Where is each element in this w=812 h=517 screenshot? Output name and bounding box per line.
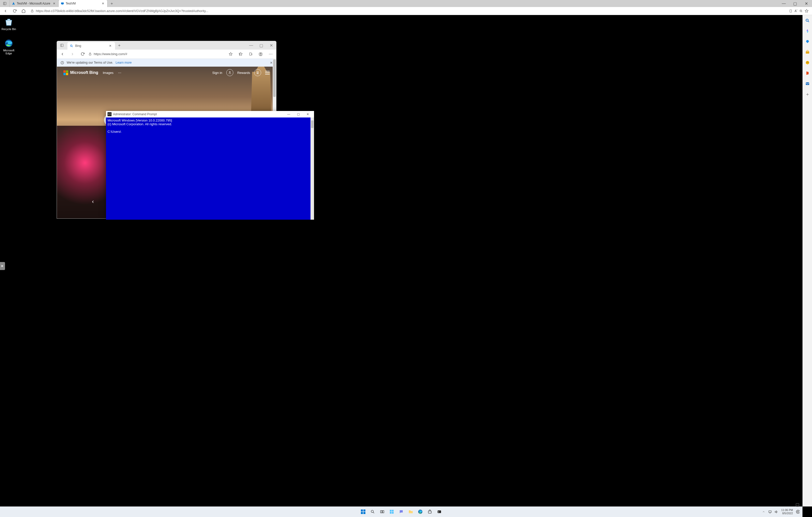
recycle-bin-icon	[4, 18, 13, 27]
refresh-button[interactable]	[79, 50, 86, 58]
lock-icon	[88, 52, 92, 56]
svg-rect-12	[61, 44, 63, 47]
scrollbar-thumb[interactable]	[273, 59, 276, 97]
close-button[interactable]: ✕	[303, 113, 313, 116]
tab-actions-button[interactable]	[0, 0, 10, 7]
cmd-icon: C:\	[108, 112, 112, 116]
back-button[interactable]	[1, 7, 9, 15]
outer-tab-testvm[interactable]: TestVM ✕	[59, 0, 108, 7]
edge-icon	[4, 39, 13, 48]
rewards-link[interactable]: Rewards	[237, 71, 250, 74]
nav-images-link[interactable]: Images	[103, 71, 114, 74]
url-text: https://www.bing.com/#	[94, 52, 127, 56]
bing-topbar: Microsoft Bing Images ⋯ Sign in Rewards	[57, 69, 276, 76]
svg-line-15	[72, 46, 73, 47]
remote-desktop[interactable]: Recycle Bin Microsoft Edge Bing ✕	[0, 15, 344, 219]
rewards-icon[interactable]	[254, 69, 261, 76]
cmd-line: Microsoft Windows [Version 10.0.22000.79…	[108, 119, 172, 122]
svg-rect-16	[89, 54, 91, 55]
favorite-icon[interactable]	[227, 50, 235, 58]
cmd-window-controls: ― ▢ ✕	[284, 113, 313, 116]
svg-point-22	[260, 53, 261, 54]
forward-button[interactable]	[68, 50, 77, 58]
inner-tab-label: Bing	[75, 44, 81, 48]
refresh-button[interactable]	[10, 7, 19, 15]
close-button[interactable]: ✕	[266, 41, 276, 50]
outer-toolbar: https://bst-c375b4cb-e48d-b6ba3dc52fbf.b…	[0, 7, 344, 15]
learn-more-link[interactable]: Learn more	[116, 61, 132, 64]
cmd-scrollbar[interactable]	[311, 118, 314, 219]
cmd-titlebar[interactable]: C:\ Administrator: Command Prompt ― ▢ ✕	[106, 111, 314, 118]
avatar-icon[interactable]	[226, 69, 233, 76]
inner-toolbar: https://www.bing.com/# ⋯	[57, 50, 276, 59]
bing-logo[interactable]: Microsoft Bing	[63, 70, 98, 75]
svg-marker-18	[239, 52, 242, 55]
back-button[interactable]	[58, 50, 66, 58]
vm-icon	[61, 2, 64, 5]
minimize-button[interactable]: ―	[284, 113, 293, 116]
search-icon	[70, 44, 73, 48]
outer-edge-window: TestVM - Microsoft Azure ✕ TestVM ✕ ＋ ― …	[0, 0, 344, 219]
prev-image-button[interactable]: ‹	[92, 199, 94, 205]
hamburger-icon[interactable]	[265, 71, 270, 74]
lock-icon	[31, 9, 34, 12]
microsoft-icon	[63, 70, 68, 75]
home-button[interactable]	[20, 7, 28, 15]
more-icon[interactable]: ⋯	[267, 50, 275, 58]
inner-tab-bing[interactable]: Bing ✕	[67, 42, 115, 50]
outer-content: Recycle Bin Microsoft Edge Bing ✕	[0, 15, 344, 219]
close-icon[interactable]: ✕	[108, 44, 113, 48]
svg-rect-2	[61, 2, 64, 4]
notice-text: We're updating our Terms of Use.	[67, 61, 113, 64]
svg-point-26	[229, 71, 230, 73]
svg-point-27	[257, 71, 258, 73]
svg-rect-4	[31, 11, 33, 12]
close-notice-button[interactable]: ✕	[270, 61, 273, 65]
desktop-icon-label: Recycle Bin	[0, 28, 18, 31]
scrollbar-thumb[interactable]	[311, 120, 314, 128]
outer-tab-azure[interactable]: TestVM - Microsoft Azure ✕	[10, 0, 59, 7]
profile-icon[interactable]	[257, 50, 265, 58]
bing-brand-text: Microsoft Bing	[70, 70, 98, 75]
close-icon[interactable]: ✕	[101, 2, 105, 5]
tab-label: TestVM - Microsoft Azure	[17, 2, 50, 5]
close-icon[interactable]: ✕	[52, 2, 56, 5]
terms-notice-bar: We're updating our Terms of Use. Learn m…	[57, 59, 276, 67]
inner-tab-strip: Bing ✕ ＋ ― ▢ ✕	[57, 41, 276, 50]
cmd-output[interactable]: Microsoft Windows [Version 10.0.22000.79…	[106, 118, 314, 219]
inner-window-controls: ― ▢ ✕	[246, 41, 276, 50]
svg-point-14	[70, 45, 72, 47]
svg-rect-0	[3, 2, 6, 5]
svg-marker-17	[229, 52, 232, 55]
cmd-prompt: C:\Users\	[108, 130, 121, 133]
desktop-icon-edge[interactable]: Microsoft Edge	[0, 39, 18, 55]
nav-more-icon[interactable]: ⋯	[118, 71, 121, 74]
inner-new-tab-button[interactable]: ＋	[115, 41, 123, 50]
cmd-line: (c) Microsoft Corporation. All rights re…	[108, 122, 172, 126]
info-icon	[60, 61, 64, 65]
desktop-icon-recycle-bin[interactable]: Recycle Bin	[0, 18, 18, 31]
svg-rect-3	[62, 4, 63, 5]
url-text: https://bst-c375b4cb-e48d-b6ba3dc52fbf.b…	[36, 9, 344, 13]
maximize-button[interactable]: ▢	[293, 113, 303, 116]
outer-tab-strip: TestVM - Microsoft Azure ✕ TestVM ✕ ＋ ― …	[0, 0, 344, 7]
favorites-bar-icon[interactable]	[237, 50, 244, 58]
collections-icon[interactable]	[246, 50, 255, 58]
desktop-icon-label: Microsoft Edge	[0, 49, 18, 55]
signin-link[interactable]: Sign in	[212, 71, 222, 74]
azure-icon	[12, 2, 15, 5]
outer-address-bar[interactable]: https://bst-c375b4cb-e48d-b6ba3dc52fbf.b…	[29, 8, 344, 14]
new-tab-button[interactable]: ＋	[108, 0, 116, 7]
inner-address-bar[interactable]: https://www.bing.com/#	[88, 52, 225, 56]
inner-tab-actions-button[interactable]	[57, 41, 67, 50]
command-prompt-window: C:\ Administrator: Command Prompt ― ▢ ✕ …	[106, 111, 314, 219]
minimize-button[interactable]: ―	[246, 41, 256, 50]
tab-label: TestVM	[66, 2, 76, 5]
maximize-button[interactable]: ▢	[256, 41, 266, 50]
cmd-title-text: Administrator: Command Prompt	[113, 113, 157, 116]
svg-rect-20	[249, 53, 251, 55]
